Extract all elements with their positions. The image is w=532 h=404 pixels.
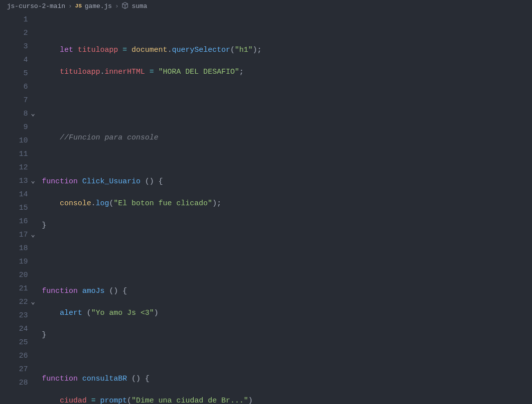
line-number[interactable]: 10 (0, 134, 28, 147)
fold-chevron-icon[interactable]: ⌄ (31, 107, 35, 121)
code-line[interactable]: tituloapp.innerHTML = "HORA DEL DESAFIO"… (42, 65, 532, 79)
line-number[interactable]: 5 (0, 67, 28, 80)
code-line[interactable] (42, 263, 532, 276)
fold-chevron-icon[interactable]: ⌄ (31, 295, 35, 309)
breadcrumb-separator: › (115, 2, 119, 10)
breadcrumb-folder[interactable]: js-curso-2-main (7, 2, 65, 10)
line-number[interactable]: 11 (0, 147, 28, 161)
code-line[interactable]: function amoJs () { (42, 284, 532, 298)
line-number[interactable]: 13 (0, 174, 28, 188)
line-number[interactable]: 19 (0, 255, 28, 269)
line-number[interactable]: 24 (0, 322, 28, 336)
line-number[interactable]: 2 (0, 26, 28, 40)
code-line[interactable]: //Funcion para console (42, 131, 532, 144)
breadcrumb-symbol[interactable]: suma (132, 2, 147, 10)
line-number[interactable]: 23 (0, 309, 28, 322)
line-number-gutter[interactable]: 1 2 3 4 5 6 7 8 9 10 11 12 13 14 15 16 1… (0, 13, 31, 404)
line-number[interactable]: 18 (0, 242, 28, 255)
line-number[interactable]: 25 (0, 336, 28, 349)
code-line[interactable]: let tituloapp = document.querySelector("… (42, 43, 532, 57)
breadcrumb[interactable]: js-curso-2-main › JS game.js › suma (0, 0, 532, 12)
code-line[interactable]: } (42, 328, 532, 342)
line-number[interactable]: 4 (0, 53, 28, 67)
breadcrumb-file[interactable]: game.js (85, 2, 112, 10)
line-number[interactable]: 7 (0, 94, 28, 107)
code-content[interactable]: let tituloapp = document.querySelector("… (42, 13, 532, 404)
line-number[interactable]: 28 (0, 376, 28, 390)
code-line[interactable]: alert ("Yo amo Js <3") (42, 306, 532, 320)
line-number[interactable]: 1 (0, 13, 28, 26)
line-number[interactable]: 26 (0, 349, 28, 363)
code-line[interactable] (42, 87, 532, 101)
code-editor[interactable]: 1 2 3 4 5 6 7 8 9 10 11 12 13 14 15 16 1… (0, 12, 532, 404)
line-number[interactable]: 8 (0, 107, 28, 121)
line-number[interactable]: 17 (0, 228, 28, 242)
code-line[interactable]: } (42, 219, 532, 232)
line-number[interactable]: 27 (0, 363, 28, 376)
breadcrumb-separator: › (68, 2, 72, 10)
line-number[interactable]: 14 (0, 188, 28, 201)
code-line[interactable] (42, 241, 532, 254)
code-line[interactable] (42, 350, 532, 364)
code-line[interactable] (42, 109, 532, 123)
js-file-icon: JS (75, 3, 82, 9)
line-number[interactable]: 9 (0, 121, 28, 134)
code-line[interactable]: function consultaBR () { (42, 372, 532, 386)
code-line[interactable]: function Click_Usuario () { (42, 175, 532, 188)
fold-chevron-icon[interactable]: ⌄ (31, 174, 35, 188)
line-number[interactable]: 12 (0, 161, 28, 174)
line-number[interactable]: 6 (0, 80, 28, 94)
line-number[interactable]: 20 (0, 269, 28, 282)
code-line[interactable]: ciudad = prompt("Dime una ciudad de Br..… (42, 394, 532, 404)
code-line[interactable] (42, 21, 532, 35)
line-number[interactable]: 21 (0, 282, 28, 295)
code-line[interactable]: console.log("El boton fue clicado"); (42, 197, 532, 210)
line-number[interactable]: 16 (0, 215, 28, 228)
code-line[interactable] (42, 153, 532, 166)
line-number[interactable]: 3 (0, 40, 28, 53)
line-number[interactable]: 15 (0, 201, 28, 215)
line-number[interactable]: 22 (0, 295, 28, 309)
symbol-icon (122, 2, 129, 10)
fold-gutter[interactable]: ⌄ ⌄ ⌄ ⌄ (31, 13, 42, 404)
fold-chevron-icon[interactable]: ⌄ (31, 228, 35, 242)
